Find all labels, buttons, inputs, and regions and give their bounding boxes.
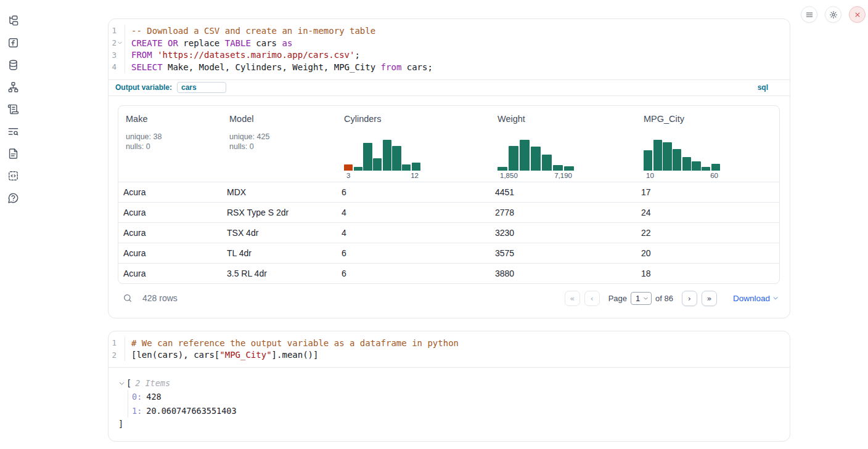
- code-token: TABLE: [225, 38, 251, 48]
- fold-gutter-spacer: [117, 352, 123, 358]
- histogram-bar[interactable]: [412, 163, 420, 171]
- data-table: Makeunique: 38nulls: 0Modelunique: 425nu…: [118, 105, 780, 284]
- histogram-bar[interactable]: [653, 140, 662, 171]
- code-line[interactable]: [len(cars), cars["MPG_City"].mean()]: [131, 349, 790, 361]
- table-row[interactable]: AcuraTSX 4dr4323022: [118, 222, 779, 243]
- histogram-bar[interactable]: [531, 147, 541, 171]
- histogram-bar[interactable]: [344, 164, 353, 171]
- scratchpad-scroll-icon[interactable]: [7, 103, 19, 115]
- table-cell: 22: [636, 228, 779, 238]
- file-explorer-tree-icon[interactable]: [7, 14, 19, 26]
- table-cell: 4: [337, 208, 490, 217]
- first-page-button[interactable]: «: [565, 291, 580, 306]
- code-token: replace: [178, 38, 225, 48]
- histogram-bar[interactable]: [520, 140, 530, 171]
- code-token: from: [381, 62, 402, 72]
- snippets-code-icon[interactable]: [7, 169, 19, 182]
- histogram-bar[interactable]: [509, 146, 518, 171]
- search-icon[interactable]: [123, 293, 133, 303]
- tree-root-row[interactable]: [ 2 Items: [118, 376, 790, 390]
- histogram-bar[interactable]: [682, 157, 691, 171]
- column-name[interactable]: Model: [229, 114, 337, 124]
- table-row[interactable]: Acura3.5 RL 4dr6388018: [118, 263, 779, 283]
- histogram-bar[interactable]: [542, 155, 552, 171]
- histogram-bar[interactable]: [692, 161, 700, 171]
- histogram-axis-label: 10: [646, 172, 654, 182]
- column-header[interactable]: Modelunique: 425nulls: 0: [222, 114, 337, 182]
- code-token: 'https://datasets.marimo.app/cars.csv': [157, 50, 354, 60]
- table-cell: 6: [337, 269, 490, 278]
- dependency-graph-icon[interactable]: [7, 81, 19, 93]
- histogram-bar[interactable]: [663, 142, 671, 171]
- table-cell: MDX: [222, 187, 337, 197]
- settings-gear-icon[interactable]: [825, 6, 841, 23]
- python-code: # We can reference the output variable a…: [125, 337, 790, 361]
- code-token: cars;: [401, 62, 433, 72]
- histogram-bar[interactable]: [644, 150, 652, 171]
- histogram-axis-label: 7,190: [554, 172, 572, 182]
- column-name[interactable]: MPG_City: [644, 114, 779, 124]
- histogram-bar[interactable]: [702, 167, 710, 171]
- table-row[interactable]: AcuraTL 4dr6357520: [118, 243, 779, 263]
- column-name[interactable]: Weight: [497, 114, 636, 124]
- page-select[interactable]: 1: [631, 292, 652, 305]
- python-code-editor[interactable]: 12 # We can reference the output variabl…: [108, 331, 790, 367]
- sql-code-editor[interactable]: 1234 -- Download a CSV and create an in-…: [108, 19, 790, 79]
- code-token: ;: [354, 50, 359, 60]
- code-token: as: [282, 38, 292, 48]
- histogram-axis-label: 12: [411, 172, 419, 182]
- notebook-top-controls: [801, 6, 866, 23]
- helper-panel-sidebar: [0, 0, 26, 449]
- help-question-bubble-icon[interactable]: [7, 192, 19, 204]
- histogram-bar[interactable]: [392, 146, 401, 171]
- previous-page-button[interactable]: ‹: [584, 291, 600, 306]
- column-header[interactable]: Makeunique: 38nulls: 0: [118, 114, 222, 182]
- output-variable-label: Output variable:: [115, 83, 172, 92]
- code-line[interactable]: FROM 'https://datasets.marimo.app/cars.c…: [131, 49, 790, 61]
- table-cell: Acura: [118, 248, 222, 258]
- output-variable-row: Output variable: sql: [108, 79, 790, 96]
- histogram-bar[interactable]: [373, 158, 382, 171]
- code-token: SELECT: [131, 62, 163, 72]
- column-header[interactable]: MPG_City1060: [636, 114, 779, 182]
- datasources-database-icon[interactable]: [7, 59, 19, 71]
- histogram-bar[interactable]: [673, 149, 681, 171]
- column-header[interactable]: Cylinders312: [337, 114, 490, 182]
- code-line[interactable]: CREATE OR replace TABLE cars as: [131, 37, 790, 49]
- histogram-bar[interactable]: [363, 143, 372, 171]
- column-stats: unique: 425nulls: 0: [229, 132, 337, 152]
- logs-list-search-icon[interactable]: [7, 125, 19, 137]
- code-line[interactable]: -- Download a CSV and create an in-memor…: [131, 25, 790, 37]
- histogram-bar[interactable]: [497, 167, 507, 171]
- last-page-button[interactable]: »: [702, 291, 717, 306]
- fold-chevron-icon[interactable]: [117, 40, 123, 46]
- table-cell: 20: [636, 248, 779, 258]
- menu-hamburger-icon[interactable]: [801, 6, 817, 23]
- documentation-file-icon[interactable]: [7, 147, 19, 160]
- histogram-bar[interactable]: [564, 166, 574, 171]
- code-token: [len(cars), cars[: [131, 350, 219, 360]
- line-number: 2: [108, 37, 123, 49]
- code-line[interactable]: SELECT Make, Model, Cylinders, Weight, M…: [131, 61, 790, 73]
- histogram-bar[interactable]: [354, 167, 362, 171]
- code-token: Make, Model, Cylinders, Weight, MPG_City: [163, 62, 381, 72]
- histogram-bar[interactable]: [402, 164, 411, 171]
- output-variable-input[interactable]: [177, 82, 226, 93]
- histogram-bar[interactable]: [553, 165, 563, 171]
- chevron-down-icon[interactable]: [118, 380, 125, 387]
- histogram-bar[interactable]: [711, 164, 720, 171]
- pagination-controls: « ‹ Page 1 of 86 › » Download: [565, 291, 779, 306]
- variables-function-icon[interactable]: [7, 36, 19, 49]
- table-row[interactable]: AcuraMDX6445117: [118, 182, 779, 202]
- column-header[interactable]: Weight1,8507,190: [490, 114, 636, 182]
- histogram-bar[interactable]: [383, 140, 391, 171]
- code-token: FROM: [131, 50, 152, 60]
- next-page-button[interactable]: ›: [682, 291, 697, 306]
- code-token: [152, 50, 157, 60]
- download-button[interactable]: Download: [733, 294, 779, 303]
- shutdown-close-icon[interactable]: [849, 6, 866, 23]
- code-line[interactable]: # We can reference the output variable a…: [131, 337, 790, 349]
- column-name[interactable]: Make: [126, 114, 222, 124]
- table-row[interactable]: AcuraRSX Type S 2dr4277824: [118, 202, 779, 222]
- column-name[interactable]: Cylinders: [344, 114, 490, 124]
